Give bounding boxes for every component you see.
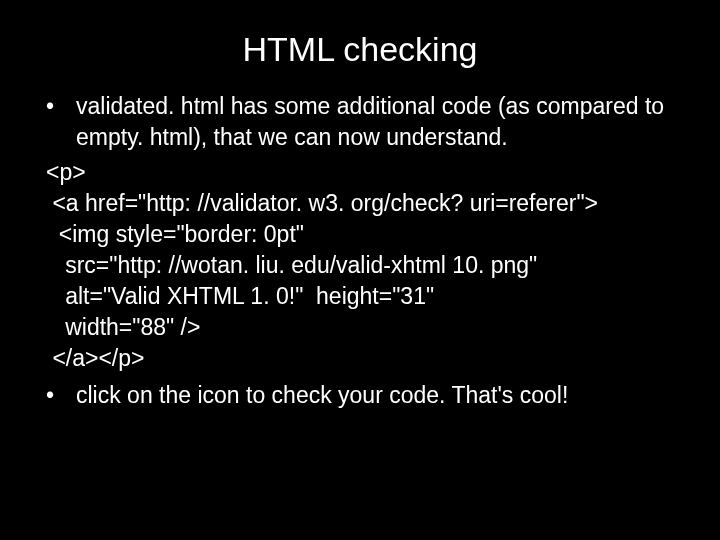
bullet-text: click on the icon to check your code. Th…: [76, 380, 680, 411]
slide-title: HTML checking: [40, 30, 680, 69]
bullet-marker: •: [40, 91, 76, 153]
bullet-item: • click on the icon to check your code. …: [40, 380, 680, 411]
bullet-text: validated. html has some additional code…: [76, 91, 680, 153]
code-line: alt="Valid XHTML 1. 0!" height="31": [46, 281, 680, 312]
bullet-marker: •: [40, 380, 76, 411]
code-line: width="88" />: [46, 312, 680, 343]
slide-content: • validated. html has some additional co…: [40, 91, 680, 411]
code-line: <a href="http: //validator. w3. org/chec…: [46, 188, 680, 219]
code-block: <p> <a href="http: //validator. w3. org/…: [40, 157, 680, 374]
code-line: </a></p>: [46, 343, 680, 374]
slide: HTML checking • validated. html has some…: [0, 0, 720, 540]
code-line: <img style="border: 0pt": [46, 219, 680, 250]
code-line: src="http: //wotan. liu. edu/valid-xhtml…: [46, 250, 680, 281]
bullet-item: • validated. html has some additional co…: [40, 91, 680, 153]
code-line: <p>: [46, 157, 680, 188]
